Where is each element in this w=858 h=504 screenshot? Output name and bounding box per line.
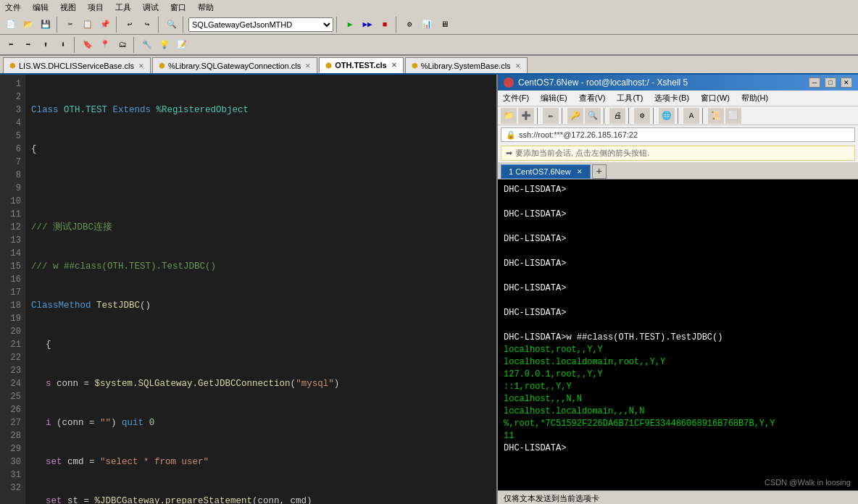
xs-sep5 (653, 108, 656, 124)
tb-cut[interactable]: ✂ (62, 17, 78, 33)
tb-b1[interactable]: ⚙ (401, 17, 417, 33)
tb-r2-5[interactable]: 🔖 (80, 37, 96, 53)
tb-r2-1[interactable]: ⬅ (3, 37, 19, 53)
toolbar-row-1: 📄 📂 💾 ✂ 📋 📌 ↩ ↪ 🔍 SQLGatewayGetJsonMTHD … (0, 14, 858, 35)
code-content: 12345 678910 1112131415 1617181920 21222… (0, 75, 496, 504)
xs-tb-expand[interactable]: ⬜ (725, 108, 741, 124)
tb-open[interactable]: 📂 (20, 17, 36, 33)
ide-menu-bar: 文件 编辑 视图 项目 工具 调试 窗口 帮助 (0, 0, 858, 14)
tab-close-3[interactable]: ✕ (391, 62, 397, 69)
term-line-5: DHC-LISDATA> (504, 233, 852, 245)
menu-edit[interactable]: 编辑 (30, 1, 51, 14)
tb-undo[interactable]: ↩ (122, 17, 138, 33)
menu-debug[interactable]: 调试 (141, 1, 161, 14)
tb-new[interactable]: 📄 (3, 17, 19, 33)
tb-redo[interactable]: ↪ (139, 17, 155, 33)
arrow-icon: ➡ (506, 148, 512, 158)
menu-file[interactable]: 文件 (3, 1, 23, 14)
tab-label-4: %Library.SystemBase.cls (421, 62, 511, 70)
xs-menu-help[interactable]: 帮助(H) (739, 92, 770, 104)
term-line-9: DHC-LISDATA> (504, 282, 852, 295)
terminal[interactable]: DHC-LISDATA> DHC-LISDATA> DHC-LISDATA> D… (498, 180, 858, 490)
code-lines[interactable]: Class OTH.TEST Extends %RegisteredObject… (25, 75, 345, 504)
xs-menu-tools[interactable]: 工具(T) (615, 92, 645, 104)
xs-menu-window[interactable]: 窗口(W) (699, 92, 732, 104)
sep1 (57, 17, 59, 33)
xs-tb-web[interactable]: 🌐 (659, 108, 675, 124)
tab-label-2: %Library.SQLGatewayConnection.cls (168, 62, 301, 70)
menu-help[interactable]: 帮助 (196, 1, 216, 14)
xshell-panel: CentOS7.6New - root@localhost:/ - Xshell… (496, 75, 858, 504)
tb-r2-7[interactable]: 🗂 (114, 37, 130, 53)
sep5 (336, 17, 339, 33)
tb-stop[interactable]: ■ (377, 17, 393, 33)
tb-find[interactable]: 🔍 (164, 17, 180, 33)
tb-save[interactable]: 💾 (38, 17, 54, 33)
tab-icon-1: ⬢ (9, 62, 16, 70)
xs-tb-print[interactable]: 🖨 (609, 108, 625, 124)
tb-b3[interactable]: 🖥 (436, 17, 452, 33)
tb-r2-3[interactable]: ⬆ (38, 37, 54, 53)
term-line-14: localhost,root,,Y,Y (504, 344, 852, 356)
xs-tb-script[interactable]: 📜 (708, 108, 724, 124)
tb-copy[interactable]: 📋 (80, 17, 96, 33)
tb-r2-6[interactable]: 📍 (97, 37, 113, 53)
xs-menu-file[interactable]: 文件(F) (501, 92, 531, 104)
xs-tb-pen[interactable]: ✏ (543, 108, 559, 124)
tb-r2-4[interactable]: ⬇ (55, 37, 71, 53)
tab-library-sql[interactable]: ⬢ %Library.SQLGatewayConnection.cls ✕ (152, 57, 317, 73)
xshell-tab-close-1[interactable]: ✕ (577, 168, 583, 175)
term-line-22: DHC-LISDATA> (504, 442, 852, 455)
lock-icon: 🔒 (506, 130, 516, 140)
xs-tb-search[interactable]: 🔍 (585, 108, 601, 124)
xs-tb-settings[interactable]: ⚙ (634, 108, 650, 124)
tab-close-2[interactable]: ✕ (305, 62, 311, 70)
xs-sep4 (628, 108, 631, 124)
tb-run[interactable]: ▶ (342, 17, 358, 33)
sep6 (396, 17, 399, 33)
tab-oth-test[interactable]: ⬢ OTH.TEST.cls ✕ (319, 57, 404, 73)
tb-r2-8[interactable]: 🔧 (139, 37, 155, 53)
xs-tb-font[interactable]: A (683, 108, 699, 124)
term-line-8 (504, 270, 852, 282)
xshell-toolbar: 📁 ➕ ✏ 🔑 🔍 🖨 ⚙ 🌐 A 📜 ⬜ (498, 106, 858, 125)
xshell-tab-1[interactable]: 1 CentOS7.6New ✕ (501, 164, 591, 179)
term-line-15: localhost.localdomain,root,,Y,Y (504, 356, 852, 369)
xshell-title: CentOS7.6New - root@localhost:/ - Xshell… (518, 77, 804, 88)
xs-menu-edit[interactable]: 编辑(E) (538, 92, 570, 104)
xs-menu-tabs[interactable]: 选项卡(B) (652, 92, 691, 104)
term-line-2 (504, 196, 852, 209)
menu-view[interactable]: 视图 (58, 1, 78, 14)
xs-sep2 (562, 108, 565, 124)
method-dropdown[interactable]: SQLGatewayGetJsonMTHD (188, 17, 333, 32)
tab-close-4[interactable]: ✕ (515, 62, 521, 70)
tb-r2-10[interactable]: 📝 (174, 37, 190, 53)
line-numbers: 12345 678910 1112131415 1617181920 21222… (0, 75, 25, 504)
tb-paste[interactable]: 📌 (97, 17, 113, 33)
win-maximize[interactable]: □ (825, 77, 836, 88)
sep3 (158, 17, 161, 33)
code-editor[interactable]: 12345 678910 1112131415 1617181920 21222… (0, 75, 496, 504)
xs-tb-folder[interactable]: 📁 (501, 108, 517, 124)
term-line-20: %,root,*7C51592F226DA6B71CF9E33448606891… (504, 418, 852, 430)
tb-debug[interactable]: ▶▶ (359, 17, 375, 33)
tab-close-1[interactable]: ✕ (138, 62, 144, 70)
win-close[interactable]: ✕ (841, 77, 852, 88)
tab-icon-2: ⬢ (159, 62, 165, 70)
xs-tb-new[interactable]: ➕ (518, 108, 534, 124)
xshell-tab-add[interactable]: + (592, 164, 607, 179)
xs-menu-view[interactable]: 查看(V) (577, 92, 608, 104)
tab-lis-ws[interactable]: ⬢ LIS.WS.DHCLISServiceBase.cls ✕ (3, 57, 151, 73)
menu-window[interactable]: 窗口 (168, 1, 188, 14)
menu-project[interactable]: 项目 (86, 1, 106, 14)
tb-r2-2[interactable]: ➡ (20, 37, 36, 53)
main-area: 12345 678910 1112131415 1617181920 21222… (0, 75, 858, 504)
xs-sep3 (604, 108, 607, 124)
tb-b2[interactable]: 📊 (419, 17, 435, 33)
tab-system-base[interactable]: ⬢ %Library.SystemBase.cls ✕ (405, 57, 528, 73)
win-minimize[interactable]: ─ (809, 77, 820, 88)
tb-r2-9[interactable]: 💡 (157, 37, 172, 53)
xs-tb-key[interactable]: 🔑 (567, 108, 583, 124)
menu-tools[interactable]: 工具 (113, 1, 133, 14)
term-line-7: DHC-LISDATA> (504, 258, 852, 270)
